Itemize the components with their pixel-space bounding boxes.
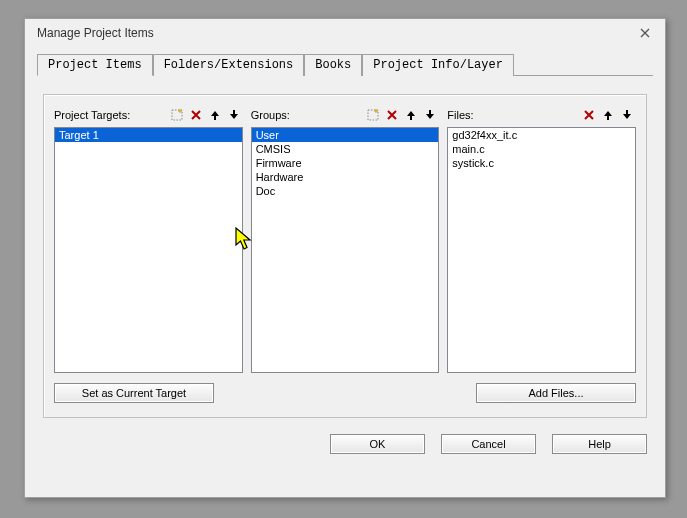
cancel-button[interactable]: Cancel (441, 434, 536, 454)
list-item[interactable]: CMSIS (252, 142, 439, 156)
dialog-button-row: OK Cancel Help (25, 426, 665, 466)
targets-new-button[interactable] (168, 106, 186, 124)
down-arrow-icon (621, 109, 633, 121)
close-button[interactable] (633, 23, 657, 43)
list-item[interactable]: User (252, 128, 439, 142)
up-arrow-icon (405, 109, 417, 121)
tab-folders-extensions[interactable]: Folders/Extensions (153, 54, 305, 76)
list-item[interactable]: main.c (448, 142, 635, 156)
targets-column: Project Targets: Target 1 (54, 105, 243, 373)
files-header: Files: (447, 105, 636, 125)
down-arrow-icon (228, 109, 240, 121)
delete-icon (190, 109, 202, 121)
list-item[interactable]: Target 1 (55, 128, 242, 142)
set-current-target-button[interactable]: Set as Current Target (54, 383, 214, 403)
list-item[interactable]: Firmware (252, 156, 439, 170)
groups-new-button[interactable] (364, 106, 382, 124)
new-icon (170, 108, 184, 122)
new-icon (366, 108, 380, 122)
window-title: Manage Project Items (37, 26, 633, 40)
files-delete-button[interactable] (580, 106, 598, 124)
groups-up-button[interactable] (402, 106, 420, 124)
columns-row: Project Targets: Target 1 (54, 105, 636, 373)
groups-down-button[interactable] (421, 106, 439, 124)
tab-project-items[interactable]: Project Items (37, 54, 153, 76)
targets-header: Project Targets: (54, 105, 243, 125)
targets-listbox[interactable]: Target 1 (54, 127, 243, 373)
titlebar: Manage Project Items (25, 19, 665, 47)
targets-up-button[interactable] (206, 106, 224, 124)
list-item[interactable]: systick.c (448, 156, 635, 170)
list-item[interactable]: Hardware (252, 170, 439, 184)
tab-strip: Project Items Folders/Extensions Books P… (25, 47, 665, 75)
tab-books[interactable]: Books (304, 54, 362, 76)
delete-icon (583, 109, 595, 121)
help-button[interactable]: Help (552, 434, 647, 454)
spacer (214, 383, 476, 403)
groups-delete-button[interactable] (383, 106, 401, 124)
close-icon (640, 28, 650, 38)
groups-listbox[interactable]: User CMSIS Firmware Hardware Doc (251, 127, 440, 373)
targets-delete-button[interactable] (187, 106, 205, 124)
below-buttons-row: Set as Current Target Add Files... (54, 383, 636, 403)
list-item[interactable]: Doc (252, 184, 439, 198)
up-arrow-icon (602, 109, 614, 121)
files-up-button[interactable] (599, 106, 617, 124)
tab-project-info-layer[interactable]: Project Info/Layer (362, 54, 514, 76)
files-label: Files: (447, 109, 579, 121)
files-listbox[interactable]: gd32f4xx_it.c main.c systick.c (447, 127, 636, 373)
targets-label: Project Targets: (54, 109, 167, 121)
dialog-window: Manage Project Items Project Items Folde… (24, 18, 666, 498)
delete-icon (386, 109, 398, 121)
groups-header: Groups: (251, 105, 440, 125)
files-column: Files: gd32f4xx_it.c main.c systick.c (447, 105, 636, 373)
groups-label: Groups: (251, 109, 364, 121)
content-frame: Project Targets: Target 1 (43, 94, 647, 418)
files-down-button[interactable] (618, 106, 636, 124)
up-arrow-icon (209, 109, 221, 121)
targets-down-button[interactable] (225, 106, 243, 124)
list-item[interactable]: gd32f4xx_it.c (448, 128, 635, 142)
groups-column: Groups: User CMSIS (251, 105, 440, 373)
ok-button[interactable]: OK (330, 434, 425, 454)
add-files-button[interactable]: Add Files... (476, 383, 636, 403)
down-arrow-icon (424, 109, 436, 121)
